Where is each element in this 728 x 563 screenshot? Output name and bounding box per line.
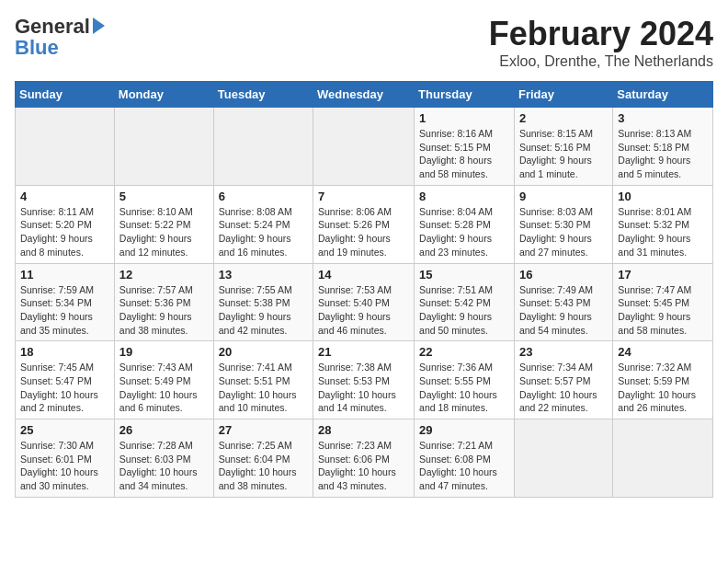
day-number: 11 <box>20 268 109 282</box>
day-number: 25 <box>20 423 109 437</box>
day-number: 15 <box>419 268 509 282</box>
day-number: 17 <box>618 268 708 282</box>
calendar-day-cell: 25Sunrise: 7:30 AMSunset: 6:01 PMDayligh… <box>16 419 115 498</box>
day-number: 29 <box>419 423 509 437</box>
calendar-week-row: 4Sunrise: 8:11 AMSunset: 5:20 PMDaylight… <box>16 185 713 263</box>
calendar-day-cell <box>213 108 313 186</box>
calendar-week-row: 18Sunrise: 7:45 AMSunset: 5:47 PMDayligh… <box>16 341 713 419</box>
calendar-subtitle: Exloo, Drenthe, The Netherlands <box>489 53 713 70</box>
day-number: 12 <box>119 268 209 282</box>
day-info: Sunrise: 8:04 AMSunset: 5:28 PMDaylight:… <box>419 205 509 259</box>
calendar-day-cell <box>313 108 415 186</box>
calendar-day-cell: 3Sunrise: 8:13 AMSunset: 5:18 PMDaylight… <box>613 108 713 186</box>
calendar-day-cell: 5Sunrise: 8:10 AMSunset: 5:22 PMDaylight… <box>114 185 213 263</box>
calendar-day-cell: 6Sunrise: 8:08 AMSunset: 5:24 PMDaylight… <box>213 185 313 263</box>
calendar-day-cell: 20Sunrise: 7:41 AMSunset: 5:51 PMDayligh… <box>213 341 313 419</box>
day-info: Sunrise: 7:45 AMSunset: 5:47 PMDaylight:… <box>20 361 109 415</box>
day-info: Sunrise: 7:36 AMSunset: 5:55 PMDaylight:… <box>419 361 509 415</box>
day-info: Sunrise: 7:47 AMSunset: 5:45 PMDaylight:… <box>618 283 708 338</box>
day-info: Sunrise: 8:06 AMSunset: 5:26 PMDaylight:… <box>318 205 409 259</box>
calendar-day-cell: 29Sunrise: 7:21 AMSunset: 6:08 PMDayligh… <box>415 419 515 498</box>
day-info: Sunrise: 7:30 AMSunset: 6:01 PMDaylight:… <box>20 439 109 493</box>
calendar-day-cell: 1Sunrise: 8:16 AMSunset: 5:15 PMDaylight… <box>415 108 515 186</box>
day-info: Sunrise: 8:08 AMSunset: 5:24 PMDaylight:… <box>219 205 308 259</box>
calendar-day-cell: 21Sunrise: 7:38 AMSunset: 5:53 PMDayligh… <box>313 341 415 419</box>
day-info: Sunrise: 7:51 AMSunset: 5:42 PMDaylight:… <box>419 283 509 338</box>
day-info: Sunrise: 7:23 AMSunset: 6:06 PMDaylight:… <box>318 439 409 493</box>
calendar-day-cell <box>514 419 612 498</box>
day-number: 24 <box>618 345 708 359</box>
day-of-week-header: Friday <box>514 82 612 108</box>
day-number: 27 <box>219 423 308 437</box>
day-number: 23 <box>519 345 608 359</box>
calendar-table: SundayMondayTuesdayWednesdayThursdayFrid… <box>15 81 713 498</box>
calendar-day-cell: 23Sunrise: 7:34 AMSunset: 5:57 PMDayligh… <box>514 341 612 419</box>
day-number: 28 <box>318 423 409 437</box>
calendar-day-cell: 22Sunrise: 7:36 AMSunset: 5:55 PMDayligh… <box>415 341 515 419</box>
calendar-day-cell: 12Sunrise: 7:57 AMSunset: 5:36 PMDayligh… <box>114 263 213 341</box>
logo: General Blue <box>15 15 105 60</box>
day-of-week-header: Monday <box>114 82 213 108</box>
calendar-day-cell: 18Sunrise: 7:45 AMSunset: 5:47 PMDayligh… <box>16 341 115 419</box>
day-of-week-header: Tuesday <box>213 82 313 108</box>
calendar-day-cell: 7Sunrise: 8:06 AMSunset: 5:26 PMDaylight… <box>313 185 415 263</box>
calendar-week-row: 25Sunrise: 7:30 AMSunset: 6:01 PMDayligh… <box>16 419 713 498</box>
title-block: February 2024 Exloo, Drenthe, The Nether… <box>489 15 713 70</box>
day-info: Sunrise: 8:13 AMSunset: 5:18 PMDaylight:… <box>618 127 708 181</box>
day-of-week-header: Wednesday <box>313 82 415 108</box>
calendar-day-cell: 16Sunrise: 7:49 AMSunset: 5:43 PMDayligh… <box>514 263 612 341</box>
day-number: 26 <box>119 423 209 437</box>
day-info: Sunrise: 8:01 AMSunset: 5:32 PMDaylight:… <box>618 205 708 259</box>
day-number: 14 <box>318 268 409 282</box>
calendar-day-cell: 10Sunrise: 8:01 AMSunset: 5:32 PMDayligh… <box>613 185 713 263</box>
calendar-day-cell: 8Sunrise: 8:04 AMSunset: 5:28 PMDaylight… <box>415 185 515 263</box>
calendar-day-cell: 17Sunrise: 7:47 AMSunset: 5:45 PMDayligh… <box>613 263 713 341</box>
day-number: 10 <box>618 190 708 203</box>
calendar-week-row: 1Sunrise: 8:16 AMSunset: 5:15 PMDaylight… <box>16 108 713 186</box>
day-info: Sunrise: 7:53 AMSunset: 5:40 PMDaylight:… <box>318 283 409 338</box>
day-info: Sunrise: 8:03 AMSunset: 5:30 PMDaylight:… <box>519 205 608 259</box>
calendar-day-cell <box>114 108 213 186</box>
calendar-day-cell: 14Sunrise: 7:53 AMSunset: 5:40 PMDayligh… <box>313 263 415 341</box>
calendar-header-row: SundayMondayTuesdayWednesdayThursdayFrid… <box>16 82 713 108</box>
day-info: Sunrise: 7:38 AMSunset: 5:53 PMDaylight:… <box>318 361 409 415</box>
day-number: 3 <box>618 111 708 125</box>
calendar-day-cell: 28Sunrise: 7:23 AMSunset: 6:06 PMDayligh… <box>313 419 415 498</box>
day-number: 7 <box>318 190 409 203</box>
calendar-day-cell: 24Sunrise: 7:32 AMSunset: 5:59 PMDayligh… <box>613 341 713 419</box>
day-info: Sunrise: 8:11 AMSunset: 5:20 PMDaylight:… <box>20 205 109 259</box>
day-info: Sunrise: 8:10 AMSunset: 5:22 PMDaylight:… <box>119 205 209 259</box>
calendar-day-cell: 9Sunrise: 8:03 AMSunset: 5:30 PMDaylight… <box>514 185 612 263</box>
day-number: 20 <box>219 345 308 359</box>
calendar-day-cell: 27Sunrise: 7:25 AMSunset: 6:04 PMDayligh… <box>213 419 313 498</box>
day-number: 5 <box>119 190 209 203</box>
calendar-day-cell: 2Sunrise: 8:15 AMSunset: 5:16 PMDaylight… <box>514 108 612 186</box>
calendar-day-cell: 4Sunrise: 8:11 AMSunset: 5:20 PMDaylight… <box>16 185 115 263</box>
day-info: Sunrise: 7:21 AMSunset: 6:08 PMDaylight:… <box>419 439 509 493</box>
calendar-title: February 2024 <box>489 15 713 53</box>
day-number: 9 <box>519 190 608 203</box>
day-info: Sunrise: 7:25 AMSunset: 6:04 PMDaylight:… <box>219 439 308 493</box>
day-info: Sunrise: 7:59 AMSunset: 5:34 PMDaylight:… <box>20 283 109 338</box>
day-number: 2 <box>519 111 608 125</box>
day-info: Sunrise: 8:16 AMSunset: 5:15 PMDaylight:… <box>419 127 509 181</box>
day-number: 6 <box>219 190 308 203</box>
day-number: 16 <box>519 268 608 282</box>
calendar-week-row: 11Sunrise: 7:59 AMSunset: 5:34 PMDayligh… <box>16 263 713 341</box>
calendar-day-cell: 15Sunrise: 7:51 AMSunset: 5:42 PMDayligh… <box>415 263 515 341</box>
day-info: Sunrise: 7:32 AMSunset: 5:59 PMDaylight:… <box>618 361 708 415</box>
day-info: Sunrise: 8:15 AMSunset: 5:16 PMDaylight:… <box>519 127 608 181</box>
day-number: 21 <box>318 345 409 359</box>
day-number: 4 <box>20 190 109 203</box>
logo-arrow-icon <box>93 17 105 34</box>
day-number: 19 <box>119 345 209 359</box>
day-info: Sunrise: 7:41 AMSunset: 5:51 PMDaylight:… <box>219 361 308 415</box>
calendar-day-cell: 19Sunrise: 7:43 AMSunset: 5:49 PMDayligh… <box>114 341 213 419</box>
day-info: Sunrise: 7:28 AMSunset: 6:03 PMDaylight:… <box>119 439 209 493</box>
day-number: 13 <box>219 268 308 282</box>
day-of-week-header: Saturday <box>613 82 713 108</box>
calendar-day-cell <box>16 108 115 186</box>
day-info: Sunrise: 7:55 AMSunset: 5:38 PMDaylight:… <box>219 283 308 338</box>
day-info: Sunrise: 7:57 AMSunset: 5:36 PMDaylight:… <box>119 283 209 338</box>
calendar-day-cell: 26Sunrise: 7:28 AMSunset: 6:03 PMDayligh… <box>114 419 213 498</box>
